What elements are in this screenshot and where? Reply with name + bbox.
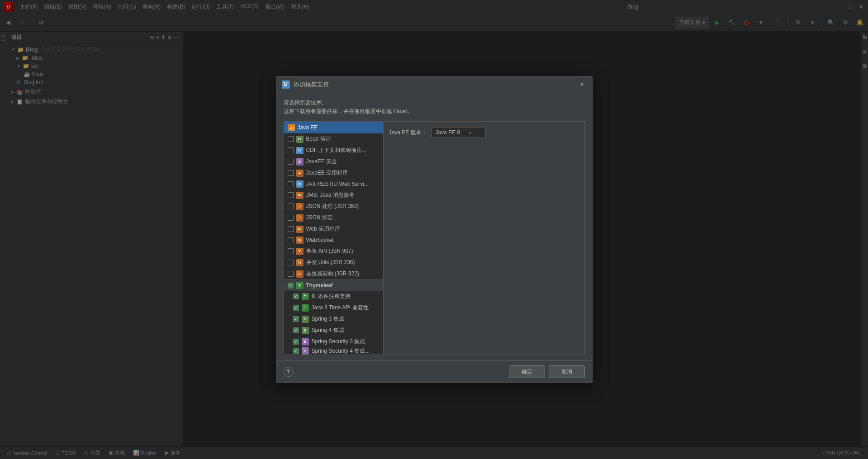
fw-checkbox-spring4-inner (293, 327, 299, 333)
fw-checkbox-spring3-inner (293, 316, 299, 322)
fw-icon-websocket: W (296, 237, 304, 244)
fw-checkbox-jax[interactable] (288, 181, 294, 187)
fw-checkbox-springsec3-inner (293, 339, 299, 345)
fw-checkbox-ie-condition-inner (293, 293, 299, 299)
fw-label-jms: JMS: Java 消息服务 (306, 191, 355, 199)
fw-item-jsonbind[interactable]: J JSON 绑定 (284, 212, 383, 223)
fw-icon-ie-condition: T (302, 293, 309, 300)
fw-label-javaee-app: JavaEE 应用程序 (306, 169, 348, 177)
modal-close-button[interactable]: × (578, 80, 587, 89)
fw-item-springsec3[interactable]: S Spring Security 3 集成 (284, 336, 383, 347)
fw-icon-springsec4: S (302, 347, 309, 355)
cancel-button[interactable]: 取消 (549, 365, 585, 378)
fw-checkbox-cdi[interactable] (288, 147, 294, 153)
modal-icon: IJ (282, 80, 290, 89)
modal-title-bar: IJ 添加框架支持 × (276, 76, 592, 93)
help-button[interactable]: ? (284, 367, 294, 377)
fw-icon-tx: T (296, 248, 304, 255)
fw-icon-bean: B (296, 136, 304, 143)
fw-item-java8time[interactable]: T Java 8 Time API 兼容性 (284, 302, 383, 313)
fw-label-java8time: Java 8 Time API 兼容性 (312, 304, 369, 312)
modal-title: 添加框架支持 (294, 80, 578, 89)
fw-label-ie-condition: IE 条件注释支持 (312, 293, 351, 300)
fw-item-tx[interactable]: T 事务 API (JSR 907) (284, 246, 383, 257)
fw-icon-thyme-group: T (296, 282, 304, 289)
fw-item-jax[interactable]: R JAX RESTful Web Servi... (284, 179, 383, 189)
fw-checkbox-tx[interactable] (288, 248, 294, 254)
fw-label-websocket: WebSocket (306, 237, 334, 243)
fw-icon-json353: J (296, 203, 304, 210)
fw-icon-java8time: T (302, 304, 309, 312)
fw-checkbox-json353[interactable] (288, 203, 294, 209)
fw-icon-springsec3: S (302, 338, 309, 345)
fw-label-spring4: Spring 4 集成 (312, 327, 344, 334)
fw-item-concur[interactable]: U 并发 Utils (JSR 236) (284, 257, 383, 268)
fw-checkbox-thymeleaf-group[interactable] (288, 283, 294, 289)
fw-checkbox-jsonbind[interactable] (288, 215, 294, 221)
fw-label-spring3: Spring 3 集成 (312, 315, 344, 323)
fw-icon-jsonbind: J (296, 214, 304, 222)
fw-item-javaee-security[interactable]: S JavaEE 安全 (284, 156, 383, 167)
fw-checkbox-concur[interactable] (288, 260, 294, 265)
fw-version-dropdown-arrow: ▾ (469, 130, 471, 135)
fw-label-conn: 连接器架构 (JSR 322) (306, 270, 359, 278)
fw-detail-version-select[interactable]: Java EE 8 ▾ (432, 127, 486, 138)
fw-icon-spring3: S (302, 316, 309, 323)
fw-checkbox-bean[interactable] (288, 136, 294, 142)
fw-icon-javaee-app: A (296, 170, 304, 177)
fw-item-webapp[interactable]: W Web 应用程序 (284, 223, 383, 235)
fw-item-springsec4[interactable]: S Spring Security 4 集成... (284, 347, 383, 355)
add-framework-modal: IJ 添加框架支持 × 请选择所需技术。 这将下载所有需要的库，并在项目配置中创… (276, 76, 593, 383)
fw-checkbox-jms[interactable] (288, 192, 294, 198)
fw-label-json353: JSON 处理 (JSR 353) (306, 203, 359, 210)
ok-button[interactable]: 确定 (509, 365, 545, 378)
fw-label-cdi: CDI: 上下文和依赖项注... (306, 147, 366, 154)
fw-icon-jax: R (296, 180, 304, 188)
modal-footer: ? 确定 取消 (276, 360, 592, 383)
fw-icon-jms: M (296, 192, 304, 199)
fw-item-jms[interactable]: M JMS: Java 消息服务 (284, 189, 383, 201)
fw-icon-concur: U (296, 259, 304, 266)
fw-item-bean[interactable]: B Bean 验证 (284, 133, 383, 145)
fw-item-websocket[interactable]: W WebSocket (284, 235, 383, 246)
fw-icon-spring4: S (302, 327, 309, 334)
fw-icon-webapp: W (296, 226, 304, 233)
fw-label-springsec4: Spring Security 4 集成... (312, 347, 370, 355)
fw-item-javaee-app[interactable]: A JavaEE 应用程序 (284, 167, 383, 179)
fw-item-spring3[interactable]: S Spring 3 集成 (284, 313, 383, 325)
modal-content-area: J Java EE B Bean 验证 C CDI: 上下文和依赖项注... (284, 121, 585, 355)
fw-icon-conn: C (296, 270, 304, 278)
fw-item-thymeleaf-group[interactable]: T Thymeleaf (284, 279, 383, 291)
fw-detail-version-row: Java EE 版本： Java EE 8 ▾ (389, 127, 579, 138)
fw-label-jsonbind: JSON 绑定 (306, 214, 333, 222)
fw-detail-version-label: Java EE 版本： (389, 129, 427, 137)
fw-item-cdi[interactable]: C CDI: 上下文和依赖项注... (284, 145, 383, 156)
fw-icon-javaee-security: S (296, 158, 304, 166)
fw-item-conn[interactable]: C 连接器架构 (JSR 322) (284, 268, 383, 279)
fw-label-thymeleaf-group: Thymeleaf (306, 282, 333, 289)
fw-detail-panel: Java EE 版本： Java EE 8 ▾ (384, 122, 584, 355)
fw-item-spring4[interactable]: S Spring 4 集成 (284, 325, 383, 336)
fw-group-javaee[interactable]: J Java EE (284, 122, 383, 133)
fw-checkbox-websocket[interactable] (288, 237, 294, 243)
modal-description: 请选择所需技术。 这将下载所有需要的库，并在项目配置中创建 Facet。 (284, 99, 585, 116)
fw-label-jax: JAX RESTful Web Servi... (306, 181, 369, 187)
fw-group-javaee-icon: J (288, 124, 295, 131)
fw-checkbox-java8time-inner (293, 305, 299, 311)
fw-checkbox-javaee-security[interactable] (288, 159, 294, 165)
modal-desc-line2: 这将下载所有需要的库，并在项目配置中创建 Facet。 (284, 107, 585, 116)
fw-label-javaee-security: JavaEE 安全 (306, 158, 337, 166)
fw-checkbox-springsec4-inner (293, 348, 299, 354)
fw-checkbox-webapp[interactable] (288, 226, 294, 232)
fw-label-bean: Bean 验证 (306, 135, 331, 143)
fw-item-ie-condition[interactable]: T IE 条件注释支持 (284, 291, 383, 302)
fw-label-concur: 并发 Utils (JSR 236) (306, 259, 355, 266)
modal-desc-line1: 请选择所需技术。 (284, 99, 585, 107)
modal-body: 请选择所需技术。 这将下载所有需要的库，并在项目配置中创建 Facet。 J J… (276, 93, 592, 360)
fw-item-json353[interactable]: J JSON 处理 (JSR 353) (284, 201, 383, 212)
framework-list: J Java EE B Bean 验证 C CDI: 上下文和依赖项注... (284, 122, 384, 355)
fw-checkbox-conn[interactable] (288, 271, 294, 277)
fw-icon-cdi: C (296, 147, 304, 154)
fw-label-springsec3: Spring Security 3 集成 (312, 338, 365, 345)
fw-checkbox-javaee-app[interactable] (288, 170, 294, 176)
